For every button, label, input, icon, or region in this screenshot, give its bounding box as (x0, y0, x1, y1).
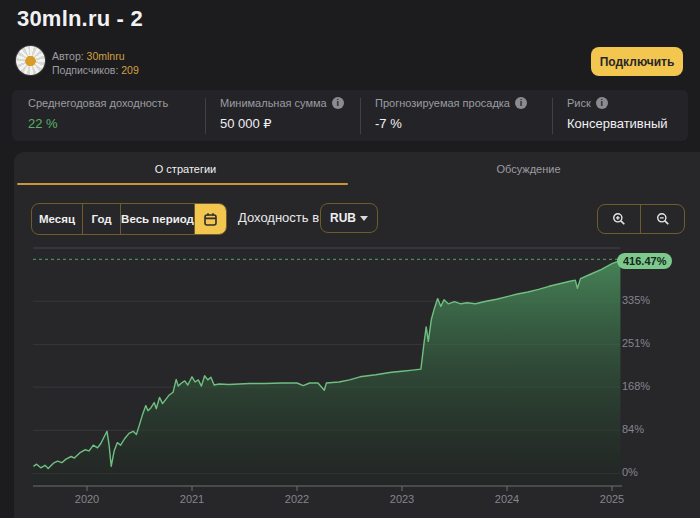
calendar-button[interactable] (195, 204, 226, 234)
zoom-in-button[interactable] (598, 205, 641, 233)
zoom-out-icon (656, 212, 670, 226)
currency-value: RUB (330, 211, 356, 225)
subscribers-label: Подписчиков: (52, 64, 118, 76)
stat-min-amount-label: Минимальная сумма (220, 97, 327, 109)
stat-risk-value: Консервативный (567, 116, 668, 131)
returns-in-label: Доходность в (238, 210, 319, 225)
stat-drawdown-value: -7 % (375, 116, 527, 131)
divider (360, 98, 361, 134)
stat-risk: Риск i Консервативный (567, 97, 668, 131)
subscribers-count: 209 (121, 64, 139, 76)
stat-min-amount-value: 50 000 ₽ (220, 116, 344, 131)
calendar-icon (203, 212, 218, 227)
strategy-card: О стратегии Обсуждение Месяц Год Весь пе… (14, 152, 700, 518)
stat-annual-return-value: 22 % (28, 116, 168, 131)
stat-drawdown-label: Прогнозируемая просадка (375, 97, 510, 109)
stat-annual-return-label: Среднегодовая доходность (28, 97, 168, 109)
active-tab-underline (17, 183, 348, 185)
chevron-down-icon (360, 216, 368, 221)
zoom-out-button[interactable] (641, 205, 684, 233)
chart-zoom-controls (597, 204, 685, 234)
period-selector: Месяц Год Весь период (31, 203, 227, 235)
period-all-button[interactable]: Весь период (121, 204, 195, 234)
author-name-link[interactable]: 30mlnru (87, 50, 125, 62)
stat-annual-return: Среднегодовая доходность 22 % (28, 97, 168, 131)
author-info: Автор: 30mlnru Подписчиков: 209 (52, 49, 139, 77)
stats-panel: Среднегодовая доходность 22 % Минимальна… (12, 90, 688, 141)
tab-about-strategy[interactable]: О стратегии (14, 152, 357, 185)
zoom-in-icon (612, 212, 626, 226)
currency-select[interactable]: RUB (320, 203, 378, 233)
tab-bar: О стратегии Обсуждение (14, 152, 700, 185)
stat-drawdown: Прогнозируемая просадка i -7 % (375, 97, 527, 131)
author-label: Автор: (52, 50, 84, 62)
divider (552, 98, 553, 134)
info-icon[interactable]: i (515, 97, 527, 109)
divider (205, 98, 206, 134)
author-avatar[interactable] (16, 46, 45, 75)
connect-button[interactable]: Подключить (591, 47, 683, 76)
tab-discussion[interactable]: Обсуждение (357, 152, 700, 185)
info-icon[interactable]: i (596, 97, 608, 109)
strategy-page: 30mln.ru - 2 Автор: 30mlnru Подписчиков:… (0, 0, 700, 518)
stat-risk-label: Риск (567, 97, 591, 109)
stat-min-amount: Минимальная сумма i 50 000 ₽ (220, 97, 344, 131)
period-year-button[interactable]: Год (83, 204, 121, 234)
page-title: 30mln.ru - 2 (17, 6, 143, 32)
period-month-button[interactable]: Месяц (32, 204, 83, 234)
info-icon[interactable]: i (332, 97, 344, 109)
